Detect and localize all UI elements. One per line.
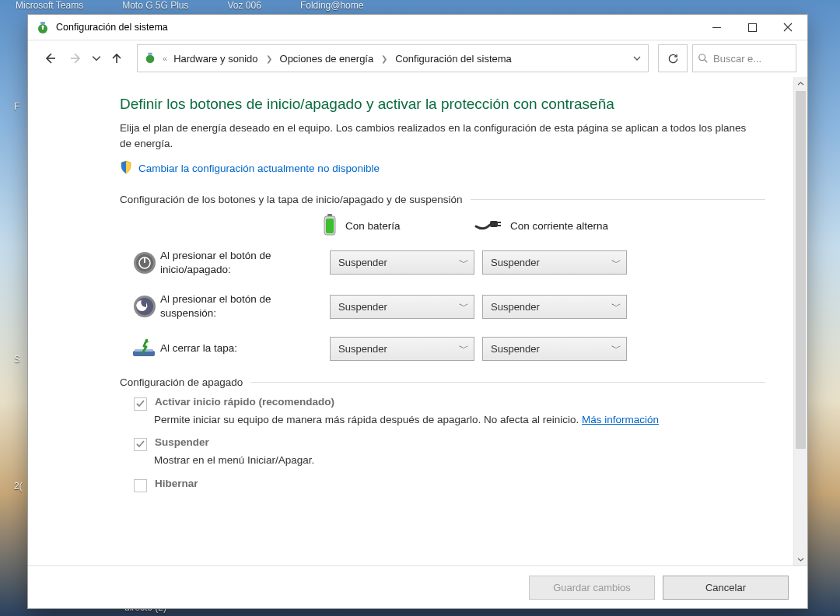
page-description: Elija el plan de energía deseado en el e…	[120, 121, 758, 152]
hibernate-checkbox[interactable]	[134, 479, 147, 492]
lid-close-icon	[129, 338, 160, 359]
content-area: Definir los botones de inicio/apagado y …	[28, 77, 793, 566]
checkbox-description: Permite iniciar su equipo de manera más …	[154, 412, 745, 428]
desktop-top-labels: Microsoft Teams Moto G 5G Plus Voz 006 F…	[0, 0, 840, 14]
row-label: Al cerrar la tapa:	[160, 341, 330, 355]
chevron-down-icon: ﹀	[611, 256, 621, 270]
search-input[interactable]: Buscar e...	[692, 44, 796, 72]
battery-icon	[322, 213, 338, 240]
page-title: Definir los botones de inicio/apagado y …	[120, 96, 765, 113]
breadcrumb-item[interactable]: Hardware y sonido	[173, 53, 257, 65]
power-options-icon	[36, 20, 50, 34]
sleep-button-ac-select[interactable]: Suspender﹀	[482, 295, 627, 319]
ac-plug-icon	[474, 219, 502, 234]
more-info-link[interactable]: Más información	[582, 414, 659, 425]
window-title: Configuración del sistema	[56, 22, 698, 33]
address-bar[interactable]: « Hardware y sonido ❯ Opciones de energí…	[137, 44, 649, 72]
vertical-scrollbar[interactable]	[793, 77, 807, 566]
maximize-button[interactable]	[734, 16, 770, 39]
row-label: Al presionar el botón de suspensión:	[160, 292, 330, 320]
svg-point-3	[146, 54, 155, 63]
refresh-button[interactable]	[658, 44, 688, 72]
search-icon	[698, 53, 709, 64]
chevron-down-icon: ﹀	[459, 299, 469, 313]
address-dropdown[interactable]	[629, 47, 645, 70]
chevron-down-icon: ﹀	[459, 341, 469, 355]
svg-rect-9	[490, 221, 498, 227]
lid-close-battery-select[interactable]: Suspender﹀	[330, 337, 474, 361]
chevron-down-icon: ﹀	[459, 256, 469, 270]
section-title: Configuración de los botones y la tapa d…	[120, 194, 463, 205]
suspend-checkbox[interactable]	[134, 438, 147, 451]
power-button-battery-select[interactable]: Suspender﹀	[330, 250, 474, 275]
section-title: Configuración de apagado	[120, 376, 243, 388]
svg-rect-2	[748, 23, 756, 31]
svg-rect-4	[148, 52, 152, 54]
column-battery-label: Con batería	[345, 220, 401, 233]
minimize-button[interactable]	[698, 16, 734, 39]
power-button-ac-select[interactable]: Suspender﹀	[482, 250, 627, 275]
chevron-down-icon: ﹀	[611, 299, 621, 313]
svg-rect-8	[326, 219, 334, 233]
fast-startup-checkbox[interactable]	[134, 397, 147, 411]
search-placeholder: Buscar e...	[713, 53, 761, 65]
change-settings-link[interactable]: Cambiar la configuración actualmente no …	[138, 163, 380, 174]
svg-rect-1	[40, 22, 45, 24]
power-options-icon	[144, 51, 156, 66]
lid-close-ac-select[interactable]: Suspender﹀	[482, 337, 627, 361]
chevron-right-icon[interactable]: ❯	[381, 54, 387, 63]
nav-forward-button[interactable]	[65, 47, 87, 70]
nav-up-button[interactable]	[106, 47, 128, 70]
checkbox-description: Mostrar en el menú Iniciar/Apagar.	[154, 453, 745, 468]
svg-rect-11	[498, 225, 501, 226]
chevron-right-icon[interactable]: ❯	[266, 54, 272, 63]
control-panel-window: Configuración del sistema « Hardware y s…	[27, 14, 808, 609]
column-ac-label: Con corriente alterna	[510, 220, 608, 233]
nav-history-dropdown[interactable]	[92, 47, 101, 70]
sleep-button-battery-select[interactable]: Suspender﹀	[330, 295, 474, 319]
footer-bar: Guardar cambios Cancelar	[28, 565, 807, 608]
save-button[interactable]: Guardar cambios	[529, 576, 655, 600]
sleep-button-icon	[129, 295, 160, 318]
shield-icon	[120, 160, 132, 177]
scroll-down-icon[interactable]	[794, 553, 807, 566]
checkbox-label: Suspender	[155, 436, 209, 448]
checkbox-label: Hibernar	[155, 478, 198, 489]
close-button[interactable]	[770, 16, 806, 39]
navigation-bar: « Hardware y sonido ❯ Opciones de energí…	[28, 40, 807, 76]
scrollbar-thumb[interactable]	[796, 91, 806, 449]
power-button-icon	[129, 251, 160, 275]
cancel-button[interactable]: Cancelar	[663, 576, 789, 600]
breadcrumb-item[interactable]: Opciones de energía	[280, 53, 374, 65]
desktop-side-labels: F S 2(	[0, 0, 27, 616]
scroll-up-icon[interactable]	[794, 77, 807, 90]
svg-rect-10	[498, 222, 501, 223]
breadcrumb-overflow[interactable]: «	[163, 54, 167, 63]
svg-point-5	[699, 54, 705, 61]
breadcrumb-item[interactable]: Configuración del sistema	[395, 53, 512, 65]
titlebar: Configuración del sistema	[28, 15, 807, 40]
nav-back-button[interactable]	[39, 47, 61, 70]
row-label: Al presionar el botón de inicio/apagado:	[160, 249, 330, 277]
checkbox-label: Activar inicio rápido (recomendado)	[155, 396, 334, 408]
chevron-down-icon: ﹀	[611, 341, 621, 355]
